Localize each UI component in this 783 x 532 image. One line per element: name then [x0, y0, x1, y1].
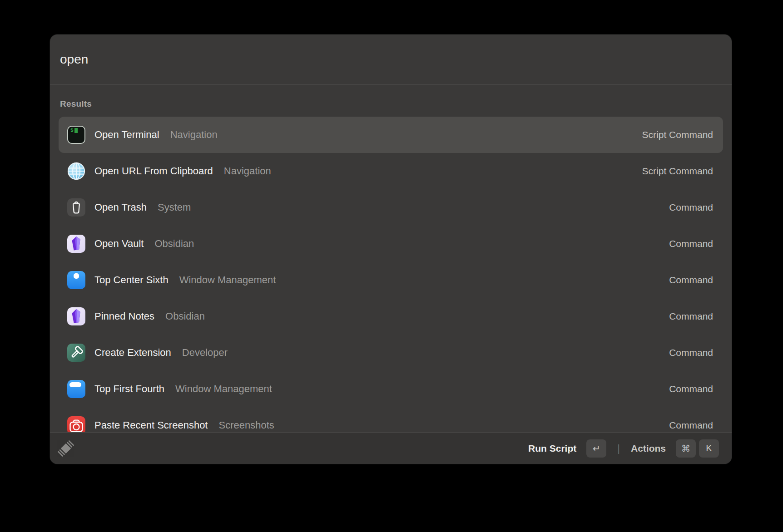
result-subtitle: System [158, 202, 191, 213]
result-type-badge: Command [669, 238, 713, 249]
k-key-icon: K [699, 439, 719, 458]
result-subtitle: Screenshots [218, 419, 274, 431]
result-row[interactable]: Create Extension Developer Command [59, 335, 723, 371]
run-script-button[interactable]: Run Script ↵ [528, 439, 606, 458]
run-script-label: Run Script [528, 443, 576, 454]
result-type-badge: Command [669, 202, 713, 213]
result-type-badge: Command [669, 384, 713, 394]
result-row[interactable]: Open Trash System Command [59, 189, 723, 226]
camera-icon [67, 416, 85, 432]
result-title: Top Center Sixth [94, 274, 168, 286]
result-title: Paste Recent Screenshot [94, 419, 208, 431]
search-input[interactable] [60, 52, 714, 67]
result-row[interactable]: Top First Fourth Window Management Comma… [59, 371, 723, 407]
obsidian-gem-icon [67, 235, 85, 253]
hammer-icon [67, 344, 85, 362]
result-subtitle: Window Management [179, 274, 276, 286]
result-type-badge: Command [669, 420, 713, 431]
result-type-badge: Script Command [642, 129, 713, 140]
footer-divider: | [617, 443, 620, 454]
actions-label: Actions [631, 443, 666, 454]
result-type-badge: Command [669, 311, 713, 322]
search-bar [50, 34, 732, 85]
result-title: Open Terminal [94, 129, 159, 141]
result-subtitle: Navigation [224, 165, 271, 177]
window-top-first-fourth-icon [67, 380, 85, 398]
script-command-icon [57, 438, 75, 458]
window-top-center-sixth-icon [67, 271, 85, 289]
result-row[interactable]: Open Vault Obsidian Command [59, 226, 723, 262]
result-subtitle: Obsidian [165, 310, 205, 322]
result-row[interactable]: Top Center Sixth Window Management Comma… [59, 262, 723, 298]
result-subtitle: Window Management [175, 383, 272, 395]
result-title: Create Extension [94, 347, 171, 359]
result-title: Top First Fourth [94, 383, 164, 395]
command-key-icon: ⌘ [676, 439, 696, 458]
result-row[interactable]: Open URL From Clipboard Navigation Scrip… [59, 153, 723, 189]
result-type-badge: Script Command [642, 166, 713, 177]
obsidian-gem-icon [67, 307, 85, 325]
footer: Run Script ↵ | Actions ⌘ K [50, 432, 732, 464]
terminal-icon: $ [67, 126, 85, 144]
launcher-window: Results $ Open Terminal Navigation Scrip… [50, 34, 732, 464]
result-title: Open URL From Clipboard [94, 165, 213, 177]
trash-icon [67, 198, 85, 217]
result-subtitle: Navigation [170, 129, 218, 141]
result-row[interactable]: Pinned Notes Obsidian Command [59, 298, 723, 335]
return-key-icon: ↵ [586, 439, 606, 458]
result-title: Pinned Notes [94, 310, 154, 322]
results-area: Results $ Open Terminal Navigation Scrip… [50, 85, 732, 432]
results-section-header: Results [59, 99, 723, 109]
globe-icon [67, 162, 85, 180]
results-list: $ Open Terminal Navigation Script Comman… [59, 117, 723, 432]
result-title: Open Trash [94, 202, 147, 213]
result-row[interactable]: Paste Recent Screenshot Screenshots Comm… [59, 407, 723, 432]
result-title: Open Vault [94, 238, 144, 250]
footer-actions: Run Script ↵ | Actions ⌘ K [528, 439, 719, 458]
result-type-badge: Command [669, 275, 713, 286]
actions-button[interactable]: Actions ⌘ K [631, 439, 719, 458]
result-type-badge: Command [669, 347, 713, 358]
result-row[interactable]: $ Open Terminal Navigation Script Comman… [59, 117, 723, 153]
result-subtitle: Obsidian [154, 238, 194, 250]
result-subtitle: Developer [182, 347, 228, 359]
